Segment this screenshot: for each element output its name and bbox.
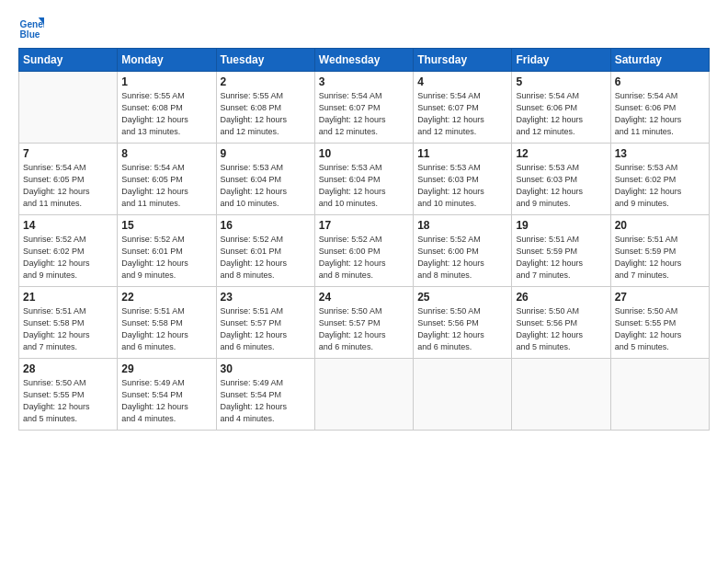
calendar-cell: 13Sunrise: 5:53 AMSunset: 6:02 PMDayligh… <box>610 144 709 215</box>
calendar-cell: 2Sunrise: 5:55 AMSunset: 6:08 PMDaylight… <box>216 72 314 144</box>
calendar-cell: 8Sunrise: 5:54 AMSunset: 6:05 PMDaylight… <box>118 144 216 215</box>
day-number: 2 <box>221 75 311 88</box>
cell-info: Sunrise: 5:52 AMSunset: 6:02 PMDaylight:… <box>23 234 113 282</box>
cell-info: Sunrise: 5:53 AMSunset: 6:04 PMDaylight:… <box>319 162 409 210</box>
cell-info: Sunrise: 5:52 AMSunset: 6:00 PMDaylight:… <box>417 234 507 282</box>
cell-info: Sunrise: 5:54 AMSunset: 6:07 PMDaylight:… <box>417 90 507 138</box>
day-number: 7 <box>23 147 113 160</box>
day-number: 4 <box>417 75 507 88</box>
day-number: 1 <box>121 75 211 88</box>
calendar-cell: 21Sunrise: 5:51 AMSunset: 5:58 PMDayligh… <box>19 287 118 359</box>
svg-text:Blue: Blue <box>20 29 40 40</box>
calendar-cell: 3Sunrise: 5:54 AMSunset: 6:07 PMDaylight… <box>314 72 413 144</box>
day-number: 26 <box>516 291 606 304</box>
cell-info: Sunrise: 5:50 AMSunset: 5:57 PMDaylight:… <box>319 305 409 353</box>
week-row-3: 21Sunrise: 5:51 AMSunset: 5:58 PMDayligh… <box>19 287 710 359</box>
cell-info: Sunrise: 5:50 AMSunset: 5:55 PMDaylight:… <box>23 377 113 425</box>
calendar-cell: 29Sunrise: 5:49 AMSunset: 5:54 PMDayligh… <box>118 359 216 431</box>
day-number: 30 <box>221 362 311 375</box>
cell-info: Sunrise: 5:54 AMSunset: 6:06 PMDaylight:… <box>615 90 705 138</box>
header-sunday: Sunday <box>19 49 118 72</box>
calendar-header-row: SundayMondayTuesdayWednesdayThursdayFrid… <box>19 49 710 72</box>
header-monday: Monday <box>118 49 216 72</box>
calendar-cell <box>512 359 610 431</box>
cell-info: Sunrise: 5:52 AMSunset: 6:01 PMDaylight:… <box>221 234 311 282</box>
calendar-cell: 24Sunrise: 5:50 AMSunset: 5:57 PMDayligh… <box>314 287 413 359</box>
calendar-cell: 27Sunrise: 5:50 AMSunset: 5:55 PMDayligh… <box>610 287 709 359</box>
cell-info: Sunrise: 5:49 AMSunset: 5:54 PMDaylight:… <box>221 377 311 425</box>
day-number: 13 <box>615 147 705 160</box>
day-number: 24 <box>319 291 409 304</box>
calendar-cell: 20Sunrise: 5:51 AMSunset: 5:59 PMDayligh… <box>610 215 709 287</box>
week-row-1: 7Sunrise: 5:54 AMSunset: 6:05 PMDaylight… <box>19 144 710 215</box>
header-friday: Friday <box>512 49 610 72</box>
svg-text:General: General <box>20 19 44 29</box>
calendar-cell: 19Sunrise: 5:51 AMSunset: 5:59 PMDayligh… <box>512 215 610 287</box>
day-number: 11 <box>417 147 507 160</box>
calendar-cell: 5Sunrise: 5:54 AMSunset: 6:06 PMDaylight… <box>512 72 610 144</box>
day-number: 15 <box>121 219 211 232</box>
day-number: 9 <box>221 147 311 160</box>
day-number: 29 <box>121 362 211 375</box>
week-row-2: 14Sunrise: 5:52 AMSunset: 6:02 PMDayligh… <box>19 215 710 287</box>
cell-info: Sunrise: 5:52 AMSunset: 6:00 PMDaylight:… <box>319 234 409 282</box>
day-number: 14 <box>23 219 113 232</box>
cell-info: Sunrise: 5:54 AMSunset: 6:07 PMDaylight:… <box>319 90 409 138</box>
header-thursday: Thursday <box>414 49 512 72</box>
week-row-0: 1Sunrise: 5:55 AMSunset: 6:08 PMDaylight… <box>19 72 710 144</box>
day-number: 18 <box>417 219 507 232</box>
calendar-cell: 11Sunrise: 5:53 AMSunset: 6:03 PMDayligh… <box>414 144 512 215</box>
cell-info: Sunrise: 5:51 AMSunset: 5:58 PMDaylight:… <box>121 305 211 353</box>
day-number: 19 <box>516 219 606 232</box>
day-number: 6 <box>615 75 705 88</box>
day-number: 28 <box>23 362 113 375</box>
cell-info: Sunrise: 5:51 AMSunset: 5:58 PMDaylight:… <box>23 305 113 353</box>
logo-icon: General Blue <box>18 15 44 40</box>
cell-info: Sunrise: 5:50 AMSunset: 5:55 PMDaylight:… <box>615 305 705 353</box>
day-number: 20 <box>615 219 705 232</box>
day-number: 5 <box>516 75 606 88</box>
calendar-cell: 10Sunrise: 5:53 AMSunset: 6:04 PMDayligh… <box>314 144 413 215</box>
calendar-cell: 15Sunrise: 5:52 AMSunset: 6:01 PMDayligh… <box>118 215 216 287</box>
cell-info: Sunrise: 5:52 AMSunset: 6:01 PMDaylight:… <box>121 234 211 282</box>
header-tuesday: Tuesday <box>216 49 314 72</box>
cell-info: Sunrise: 5:51 AMSunset: 5:57 PMDaylight:… <box>221 305 311 353</box>
day-number: 3 <box>319 75 409 88</box>
logo: General Blue <box>18 15 48 40</box>
day-number: 8 <box>121 147 211 160</box>
calendar-table: SundayMondayTuesdayWednesdayThursdayFrid… <box>18 48 710 431</box>
day-number: 10 <box>319 147 409 160</box>
calendar-cell: 23Sunrise: 5:51 AMSunset: 5:57 PMDayligh… <box>216 287 314 359</box>
header-wednesday: Wednesday <box>314 49 413 72</box>
cell-info: Sunrise: 5:54 AMSunset: 6:06 PMDaylight:… <box>516 90 606 138</box>
cell-info: Sunrise: 5:53 AMSunset: 6:03 PMDaylight:… <box>417 162 507 210</box>
day-number: 21 <box>23 291 113 304</box>
header-saturday: Saturday <box>610 49 709 72</box>
day-number: 17 <box>319 219 409 232</box>
calendar-cell: 17Sunrise: 5:52 AMSunset: 6:00 PMDayligh… <box>314 215 413 287</box>
calendar-cell: 7Sunrise: 5:54 AMSunset: 6:05 PMDaylight… <box>19 144 118 215</box>
cell-info: Sunrise: 5:55 AMSunset: 6:08 PMDaylight:… <box>121 90 211 138</box>
calendar-cell: 4Sunrise: 5:54 AMSunset: 6:07 PMDaylight… <box>414 72 512 144</box>
cell-info: Sunrise: 5:50 AMSunset: 5:56 PMDaylight:… <box>417 305 507 353</box>
cell-info: Sunrise: 5:49 AMSunset: 5:54 PMDaylight:… <box>121 377 211 425</box>
calendar-cell: 30Sunrise: 5:49 AMSunset: 5:54 PMDayligh… <box>216 359 314 431</box>
calendar-cell: 28Sunrise: 5:50 AMSunset: 5:55 PMDayligh… <box>19 359 118 431</box>
cell-info: Sunrise: 5:51 AMSunset: 5:59 PMDaylight:… <box>516 234 606 282</box>
cell-info: Sunrise: 5:50 AMSunset: 5:56 PMDaylight:… <box>516 305 606 353</box>
header: General Blue <box>18 15 710 40</box>
cell-info: Sunrise: 5:53 AMSunset: 6:02 PMDaylight:… <box>615 162 705 210</box>
calendar-cell: 9Sunrise: 5:53 AMSunset: 6:04 PMDaylight… <box>216 144 314 215</box>
calendar-cell: 6Sunrise: 5:54 AMSunset: 6:06 PMDaylight… <box>610 72 709 144</box>
cell-info: Sunrise: 5:55 AMSunset: 6:08 PMDaylight:… <box>221 90 311 138</box>
day-number: 25 <box>417 291 507 304</box>
calendar-cell <box>414 359 512 431</box>
cell-info: Sunrise: 5:51 AMSunset: 5:59 PMDaylight:… <box>615 234 705 282</box>
week-row-4: 28Sunrise: 5:50 AMSunset: 5:55 PMDayligh… <box>19 359 710 431</box>
calendar-cell <box>19 72 118 144</box>
day-number: 12 <box>516 147 606 160</box>
cell-info: Sunrise: 5:54 AMSunset: 6:05 PMDaylight:… <box>23 162 113 210</box>
calendar-cell <box>610 359 709 431</box>
calendar-cell: 1Sunrise: 5:55 AMSunset: 6:08 PMDaylight… <box>118 72 216 144</box>
calendar-cell: 26Sunrise: 5:50 AMSunset: 5:56 PMDayligh… <box>512 287 610 359</box>
